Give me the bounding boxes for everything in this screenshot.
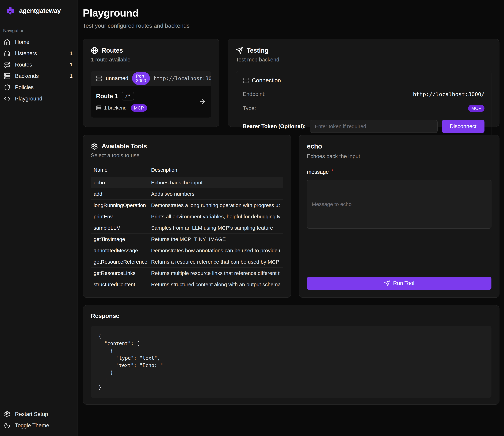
message-input[interactable] [307,180,491,229]
sidebar-footer: Restart Setup Toggle Theme [0,405,78,436]
connection-header: Connection [243,77,485,84]
runner-spacer [307,229,491,277]
sidebar-nav: Home Listeners 1 Routes 1 Backends 1 Pol… [0,36,78,104]
tool-row-annotatedMessage[interactable]: annotatedMessage Demonstrates how annota… [91,245,283,256]
server-icon [96,75,102,81]
mcp-badge: MCP [131,104,147,112]
tool-description: Samples from an LLM using MCP's sampling… [151,225,280,231]
run-tool-button[interactable]: Run Tool [307,277,491,290]
server-icon [96,105,101,110]
endpoint-row: Endpoint: http://localhost:3000/ [243,91,485,97]
sidebar-item-label: Listeners [15,50,37,57]
restart-setup-label: Restart Setup [15,411,48,417]
tool-description: Adds two numbers [151,191,280,197]
run-tool-label: Run Tool [393,280,414,286]
tool-row-structuredContent[interactable]: structuredContent Returns structured con… [91,279,283,290]
tools-table-header: Name Description [91,167,283,177]
tool-name: annotatedMessage [93,248,151,254]
sidebar: agentgateway Navigation Home Listeners 1… [0,0,78,436]
tool-description: Demonstrates how annotations can be used… [151,248,280,254]
tool-description: Returns the MCP_TINY_IMAGE [151,236,280,242]
route-row-info: Route 1 /* 1 backend MCP [96,92,147,112]
sidebar-item-backends[interactable]: Backends 1 [2,70,76,82]
tool-description: Returns multiple resource links that ref… [151,270,280,276]
response-title: Response [91,312,491,319]
sidebar-item-label: Playground [15,96,42,102]
logo-row: agentgateway [0,0,78,22]
tool-name: getResourceReference [93,259,151,265]
app-title: agentgateway [19,7,61,14]
bearer-token-row: Bearer Token (Optional): Disconnect [243,120,485,133]
home-icon [4,39,10,45]
route-list: unnamed Port 3000 http://localhost:3000/… [91,71,211,118]
tool-row-sampleLLM[interactable]: sampleLLM Samples from an LLM using MCP'… [91,222,283,234]
tool-runner-card: echo Echoes back the input message * Run… [299,135,499,298]
testing-card-title: Testing [247,47,268,54]
sidebar-item-home[interactable]: Home [2,36,76,48]
tools-table: Name Description echo Echoes back the in… [91,167,283,290]
tool-name: add [93,191,151,197]
route-open-arrow[interactable] [199,98,206,106]
sidebar-item-playground[interactable]: Playground [2,93,76,104]
tool-name: getTinyImage [93,236,151,242]
route-meta-line: 1 backend MCP [96,104,147,112]
route-name: Route 1 [96,93,118,100]
page-title: Playground [83,7,499,19]
send-icon [236,47,243,54]
moon-icon [4,422,10,429]
route-title-line: Route 1 /* [96,92,147,100]
type-mcp-badge: MCP [468,105,485,112]
sidebar-item-label: Routes [15,62,32,68]
sidebar-item-count: 1 [70,73,74,79]
message-field-label: message [307,169,329,175]
tool-row-longRunningOperation[interactable]: longRunningOperation Demonstrates a long… [91,200,283,211]
tool-name: longRunningOperation [93,202,151,208]
disconnect-button[interactable]: Disconnect [442,120,485,133]
headphones-icon [4,50,10,57]
tool-name: getResourceLinks [93,270,151,276]
sidebar-item-routes[interactable]: Routes 1 [2,59,76,70]
bearer-token-input[interactable] [310,120,438,133]
tool-name: echo [93,180,151,186]
globe-icon [91,47,98,54]
nav-section-label: Navigation [0,22,78,36]
sidebar-item-label: Backends [15,73,39,79]
tool-name: structuredContent [93,282,151,288]
routes-card-subtitle: 1 route available [91,57,211,63]
sidebar-item-policies[interactable]: Policies [2,82,76,93]
route-row[interactable]: Route 1 /* 1 backend MCP [91,86,211,118]
tools-card-header: Available Tools [91,143,283,150]
tool-row-echo[interactable]: echo Echoes back the input [91,177,283,188]
tool-row-getResourceReference[interactable]: getResourceReference Returns a resource … [91,256,283,268]
tools-card-subtitle: Select a tools to use [91,152,283,159]
response-json: { "content": [ { "type": "text", "text":… [91,326,491,398]
route-icon [4,62,10,68]
tool-row-getResourceLinks[interactable]: getResourceLinks Returns multiple resour… [91,268,283,279]
connection-panel: Connection Endpoint: http://localhost:30… [236,71,491,139]
tool-description: Demonstrates a long running operation wi… [151,202,280,208]
tool-row-getTinyImage[interactable]: getTinyImage Returns the MCP_TINY_IMAGE [91,234,283,245]
tool-row-printEnv[interactable]: printEnv Prints all environment variable… [91,211,283,222]
routes-card-title: Routes [102,47,123,54]
toggle-theme-button[interactable]: Toggle Theme [2,420,76,431]
message-field-label-row: message * [307,169,491,175]
main-content: Playground Test your configured routes a… [78,0,504,436]
routes-card: Routes 1 route available unnamed Port 30… [83,39,219,127]
sidebar-item-count: 1 [70,51,74,56]
sidebar-item-listeners[interactable]: Listeners 1 [2,48,76,59]
tool-description: Returns structured content along with an… [151,282,280,288]
top-cards-row: Routes 1 route available unnamed Port 30… [83,39,499,127]
restart-setup-button[interactable]: Restart Setup [2,409,76,420]
arrow-right-icon [199,98,206,105]
middle-cards-row: Available Tools Select a tools to use Na… [83,135,499,298]
response-card: Response { "content": [ { "type": "text"… [83,305,499,405]
backend-count: 1 backend [104,105,127,111]
available-tools-card: Available Tools Select a tools to use Na… [83,135,291,298]
tool-description: Returns a resource reference that can be… [151,259,280,265]
code-icon [4,95,10,102]
bearer-token-label: Bearer Token (Optional): [243,123,306,129]
connection-title: Connection [252,77,281,84]
tool-row-add[interactable]: add Adds two numbers [91,188,283,200]
toggle-theme-label: Toggle Theme [15,422,49,429]
agentgateway-logo-icon [5,6,15,16]
